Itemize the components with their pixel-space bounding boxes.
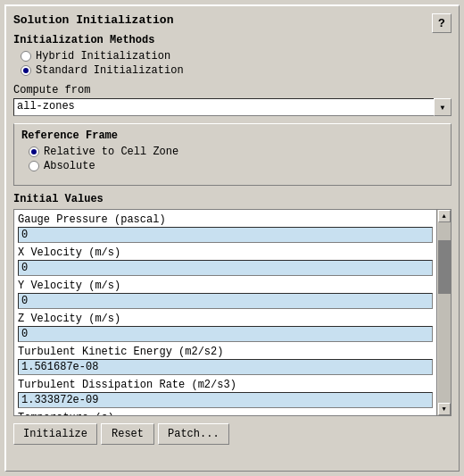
- value-input-3[interactable]: [18, 326, 433, 342]
- scrollbar-up-btn[interactable]: ▲: [438, 210, 451, 222]
- compute-from-value: all-zones: [13, 98, 434, 116]
- initial-values-scroll-content: Gauge Pressure (pascal)X Velocity (m/s)Y…: [14, 210, 451, 415]
- radio-circle-absolute: [29, 161, 39, 171]
- value-label-1: X Velocity (m/s): [18, 246, 451, 259]
- radio-relative[interactable]: Relative to Cell Zone: [29, 146, 443, 158]
- initial-values-label: Initial Values: [13, 193, 452, 205]
- reference-frame-label: Reference Frame: [21, 129, 443, 142]
- value-label-3: Z Velocity (m/s): [18, 313, 451, 325]
- value-label-6: Temperature (c): [18, 412, 451, 415]
- value-input-5[interactable]: [18, 392, 433, 408]
- window-title: Solution Initialization: [13, 13, 452, 27]
- reset-button[interactable]: Reset: [101, 423, 154, 445]
- value-label-0: Gauge Pressure (pascal): [18, 213, 451, 226]
- radio-label-relative: Relative to Cell Zone: [44, 146, 178, 158]
- dropdown-arrow-icon[interactable]: ▼: [434, 98, 452, 116]
- value-input-1[interactable]: [18, 260, 433, 276]
- value-row-5: Turbulent Dissipation Rate (m2/s3): [18, 379, 451, 408]
- value-input-2[interactable]: [18, 293, 433, 309]
- value-row-2: Y Velocity (m/s): [18, 280, 451, 309]
- reference-frame-group: Reference Frame Relative to Cell Zone Ab…: [13, 123, 452, 186]
- compute-from-dropdown[interactable]: all-zones ▼: [13, 98, 452, 116]
- patch-button[interactable]: Patch...: [158, 423, 229, 445]
- initial-values-inner: Gauge Pressure (pascal)X Velocity (m/s)Y…: [14, 210, 451, 415]
- value-label-4: Turbulent Kinetic Energy (m2/s2): [18, 346, 451, 358]
- radio-standard[interactable]: Standard Initialization: [21, 64, 452, 77]
- init-methods-group: Hybrid Initialization Standard Initializ…: [21, 50, 452, 77]
- value-row-3: Z Velocity (m/s): [18, 313, 451, 342]
- scrollbar: ▲ ▼: [436, 210, 451, 415]
- value-label-5: Turbulent Dissipation Rate (m2/s3): [18, 379, 451, 391]
- radio-hybrid[interactable]: Hybrid Initialization: [21, 50, 452, 63]
- scrollbar-thumb[interactable]: [438, 240, 451, 294]
- radio-circle-hybrid: [21, 51, 31, 62]
- init-methods-label: Initialization Methods: [13, 34, 452, 46]
- value-input-4[interactable]: [18, 359, 433, 375]
- button-row: Initialize Reset Patch...: [13, 423, 452, 445]
- reference-frame-radio-group: Relative to Cell Zone Absolute: [29, 146, 443, 172]
- initialize-button[interactable]: Initialize: [13, 423, 97, 445]
- radio-absolute[interactable]: Absolute: [29, 160, 443, 172]
- scrollbar-down-btn[interactable]: ▼: [438, 403, 451, 415]
- solution-initialization-window: Solution Initialization ? Initialization…: [4, 4, 460, 472]
- help-button[interactable]: ?: [432, 13, 452, 33]
- value-label-2: Y Velocity (m/s): [18, 280, 451, 292]
- value-row-1: X Velocity (m/s): [18, 246, 451, 276]
- radio-label-standard: Standard Initialization: [36, 64, 184, 77]
- radio-label-absolute: Absolute: [44, 160, 95, 172]
- radio-label-hybrid: Hybrid Initialization: [36, 50, 170, 63]
- scrollbar-track: [438, 222, 451, 403]
- compute-from-label: Compute from: [13, 84, 452, 96]
- value-row-6: Temperature (c): [18, 412, 451, 415]
- value-row-0: Gauge Pressure (pascal): [18, 213, 451, 243]
- radio-circle-relative: [29, 146, 39, 157]
- value-input-0[interactable]: [18, 227, 433, 243]
- initial-values-container: Gauge Pressure (pascal)X Velocity (m/s)Y…: [13, 209, 452, 416]
- value-row-4: Turbulent Kinetic Energy (m2/s2): [18, 346, 451, 375]
- radio-circle-standard: [21, 65, 31, 76]
